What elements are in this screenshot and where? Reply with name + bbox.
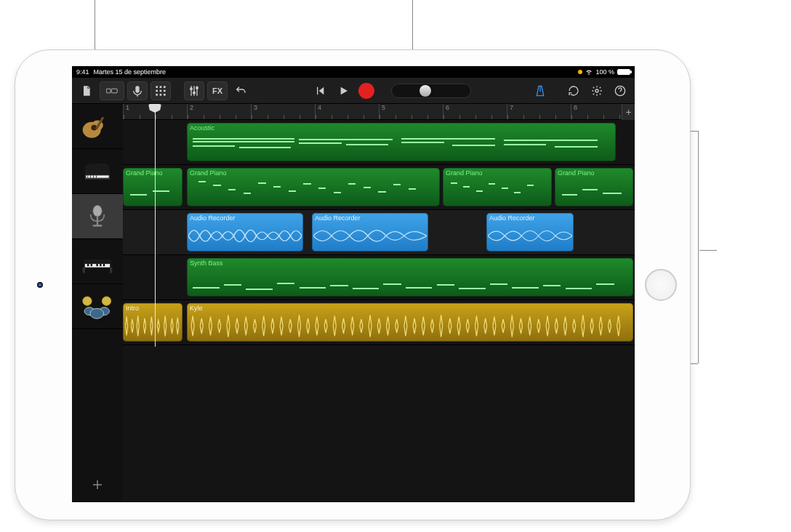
svg-rect-0: [106, 89, 111, 93]
ipad-home-button[interactable]: [645, 269, 677, 301]
svg-point-17: [595, 89, 598, 92]
track-header-guitar[interactable]: [72, 104, 123, 149]
svg-rect-35: [100, 264, 101, 266]
region-piano[interactable]: Grand Piano: [555, 168, 633, 206]
svg-rect-7: [164, 89, 166, 92]
fx-button[interactable]: FX: [207, 81, 228, 100]
svg-rect-1: [111, 89, 117, 93]
svg-point-15: [193, 92, 196, 94]
svg-point-16: [196, 86, 198, 89]
svg-rect-3: [160, 86, 162, 88]
statusbar-time: 9:41: [76, 68, 89, 76]
ipad-camera: [37, 282, 43, 288]
my-songs-button[interactable]: [76, 81, 97, 100]
track-header-mic[interactable]: [72, 194, 123, 239]
svg-point-29: [93, 205, 103, 217]
region-drums-intro[interactable]: Intro: [123, 303, 182, 342]
ruler-bar-label: 7: [510, 104, 513, 111]
timeline[interactable]: 1 2 3 4 5 6 7 8 + Acoustic: [123, 104, 635, 502]
microphone-icon: [79, 202, 116, 231]
settings-button[interactable]: [587, 81, 607, 100]
region-piano[interactable]: Grand Piano: [187, 168, 440, 206]
loop-browser-button[interactable]: [563, 81, 584, 100]
ipad-frame: 9:41 Martes 15 de septiembre 100 %: [15, 49, 691, 520]
svg-rect-24: [86, 175, 108, 177]
ruler-bar-label: 5: [382, 104, 385, 111]
svg-rect-5: [156, 89, 158, 92]
track-lane[interactable]: Intro Kyle: [123, 300, 635, 345]
track-controls-button[interactable]: [184, 81, 204, 100]
svg-point-42: [83, 296, 92, 305]
track-lane[interactable]: Synth Bass: [123, 255, 635, 300]
grid-button[interactable]: [150, 81, 171, 100]
ruler-bar-label: 4: [318, 104, 321, 111]
help-button[interactable]: [610, 81, 630, 100]
track-lane[interactable]: Audio Recorder Audio Recorder Audio Reco…: [123, 210, 635, 255]
screen: 9:41 Martes 15 de septiembre 100 %: [72, 66, 635, 502]
track-headers: [72, 104, 123, 502]
add-track-button[interactable]: [72, 467, 123, 502]
track-lane[interactable]: Grand Piano Grand Piano: [123, 165, 635, 210]
master-volume-slider[interactable]: [391, 84, 471, 98]
region-audio[interactable]: Audio Recorder: [187, 213, 303, 251]
tracks-area: 1 2 3 4 5 6 7 8 + Acoustic: [72, 104, 635, 502]
add-section-button[interactable]: +: [622, 104, 635, 120]
undo-button[interactable]: [230, 81, 251, 100]
go-to-beginning-button[interactable]: [310, 81, 330, 100]
track-lane[interactable]: Acoustic: [123, 120, 635, 165]
region-audio[interactable]: Audio Recorder: [312, 213, 428, 251]
svg-rect-33: [91, 264, 92, 266]
record-button[interactable]: [356, 81, 377, 100]
synth-keyboard-icon: [79, 247, 116, 276]
svg-rect-2: [156, 86, 158, 88]
svg-rect-38: [110, 267, 112, 273]
track-header-drums[interactable]: [72, 284, 123, 329]
statusbar-battery-label: 100 %: [595, 68, 614, 76]
instrument-button[interactable]: [127, 81, 148, 100]
play-button[interactable]: [333, 81, 353, 100]
region-piano[interactable]: Grand Piano: [123, 168, 182, 206]
toolbar: FX: [72, 78, 635, 104]
svg-rect-9: [160, 94, 162, 96]
svg-point-43: [102, 296, 111, 305]
drums-icon: [79, 292, 116, 321]
browser-button[interactable]: [100, 81, 124, 100]
ruler-bar-label: 6: [446, 104, 449, 111]
svg-rect-37: [83, 267, 85, 273]
track-lanes: Acoustic: [123, 120, 635, 502]
region-drums-kyle[interactable]: Kyle: [187, 303, 633, 342]
track-header-synth[interactable]: [72, 239, 123, 284]
region-acoustic[interactable]: Acoustic: [187, 123, 616, 161]
ruler-bar-label: 1: [126, 104, 129, 111]
svg-rect-4: [164, 86, 166, 88]
region-synth[interactable]: Synth Bass: [187, 258, 633, 297]
wifi-icon: [585, 68, 593, 76]
midi-notes: [188, 133, 614, 160]
grand-piano-icon: [79, 157, 116, 186]
location-indicator-icon: [578, 70, 582, 74]
region-audio[interactable]: Audio Recorder: [486, 213, 574, 251]
callout-line-3a: [698, 131, 699, 363]
svg-point-14: [190, 88, 193, 90]
svg-point-41: [90, 308, 104, 318]
svg-rect-6: [160, 89, 162, 92]
ruler-bar-label: 8: [574, 104, 577, 111]
acoustic-guitar-icon: [79, 112, 116, 141]
metronome-button[interactable]: [530, 81, 550, 100]
svg-rect-34: [96, 264, 97, 266]
svg-rect-32: [87, 264, 89, 266]
ruler[interactable]: 1 2 3 4 5 6 7 8 +: [123, 104, 635, 120]
ruler-bar-label: 3: [254, 104, 257, 111]
ruler-bar-label: 2: [190, 104, 193, 111]
region-piano[interactable]: Grand Piano: [443, 168, 552, 206]
svg-rect-8: [156, 94, 158, 96]
status-bar: 9:41 Martes 15 de septiembre 100 %: [72, 66, 635, 78]
battery-icon: [617, 69, 630, 75]
statusbar-date: Martes 15 de septiembre: [94, 68, 166, 76]
svg-rect-36: [103, 264, 105, 266]
svg-rect-10: [164, 94, 166, 96]
callout-line-3d: [699, 250, 717, 251]
track-header-piano[interactable]: [72, 149, 123, 194]
